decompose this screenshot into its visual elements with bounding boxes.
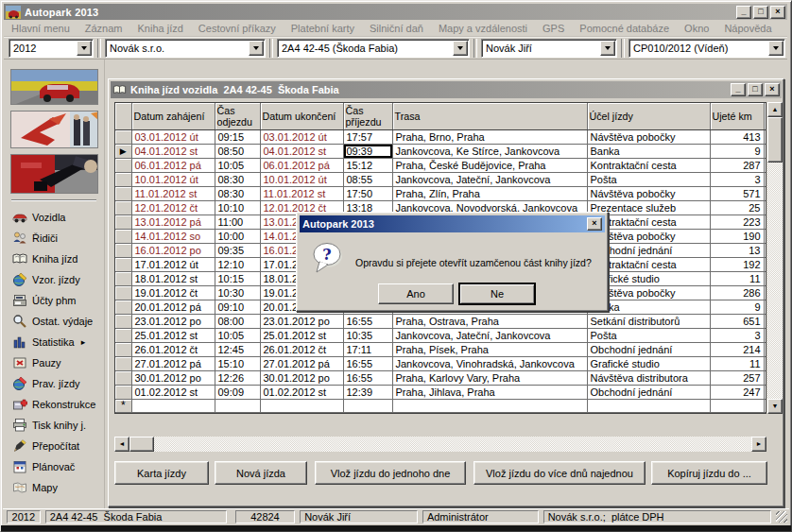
cell-end-date[interactable]: 23.01.2012 po [260, 314, 343, 328]
cell-start-date[interactable]: 14.01.2012 so [131, 229, 215, 243]
cell-purpose[interactable]: Kontraktační cesta [587, 158, 710, 172]
vertical-scroll-track[interactable] [767, 163, 783, 399]
menu-item-n-pov-da[interactable]: Nápověda [716, 21, 779, 36]
cell-extra[interactable] [764, 356, 766, 370]
empty-cell[interactable] [343, 399, 392, 412]
column-header-ujet-km[interactable]: Ujeté km [710, 103, 764, 129]
cell-km[interactable]: 3 [710, 172, 764, 186]
row-selector[interactable]: ▶ [115, 144, 131, 158]
cell-start-date[interactable]: 26.01.2012 čt [131, 342, 215, 356]
cell-extra[interactable] [764, 129, 766, 144]
cell-arrival-time[interactable]: 17:50 [343, 186, 392, 200]
button-kop-ruj-j-zdu-do[interactable]: Kopíruj jízdu do ... [651, 461, 767, 485]
cell-km[interactable]: 9 [710, 300, 764, 314]
row-selector[interactable] [115, 129, 131, 144]
cell-km[interactable]: 3 [710, 328, 764, 342]
cell-departure-time[interactable]: 08:30 [215, 172, 260, 186]
cell-purpose[interactable]: Setkání distributorů [587, 314, 710, 328]
child-close-icon[interactable]: × [765, 83, 780, 96]
cell-arrival-time[interactable]: 10:35 [343, 328, 392, 342]
cell-extra[interactable] [764, 370, 766, 385]
cell-departure-time[interactable]: 09:15 [215, 129, 260, 144]
menu-item-hlavn-menu[interactable]: Hlavní menu [4, 21, 77, 36]
cell-departure-time[interactable]: 10:30 [215, 285, 260, 300]
cell-departure-time[interactable]: 10:00 [215, 229, 260, 243]
cell-km[interactable]: 651 [710, 314, 764, 328]
cell-arrival-time[interactable]: 16:55 [343, 356, 392, 370]
scroll-down-icon[interactable]: ▼ [767, 399, 783, 414]
cell-extra[interactable] [764, 342, 766, 356]
yes-button[interactable]: Ano [378, 283, 454, 304]
cell-start-date[interactable]: 23.01.2012 po [131, 314, 215, 328]
cell-km[interactable]: 214 [710, 342, 764, 356]
cell-extra[interactable] [764, 215, 766, 229]
row-selector[interactable] [115, 370, 131, 385]
sidebar-item-ostat-v-daje[interactable]: Ostat. výdaje [4, 311, 104, 332]
cell-end-date[interactable]: 25.01.2012 st [260, 328, 343, 342]
row-selector[interactable] [115, 314, 131, 328]
cell-departure-time[interactable]: 08:30 [215, 186, 260, 200]
cell-extra[interactable] [764, 144, 766, 158]
cell-route[interactable]: Praha, Jihlava, Praha [392, 385, 587, 399]
horizontal-scroll-track[interactable] [154, 437, 751, 452]
cell-end-date[interactable]: 30.01.2012 po [260, 370, 343, 385]
row-selector[interactable] [115, 186, 131, 200]
cell-km[interactable]: 9 [710, 144, 764, 158]
cell-departure-time[interactable]: 08:00 [215, 314, 260, 328]
cell-route[interactable]: Jankovcova, Jateční, Jankovcova [392, 172, 587, 186]
menu-item-kniha-j-zd[interactable]: Kniha jízd [130, 21, 191, 36]
cell-start-date[interactable]: 11.01.2012 st [131, 186, 215, 200]
cell-start-date[interactable]: 30.01.2012 po [131, 370, 215, 385]
empty-cell[interactable] [587, 399, 710, 412]
cell-arrival-time[interactable]: 15:12 [343, 158, 392, 172]
row-selector[interactable] [115, 285, 131, 300]
cell-km[interactable]: 413 [710, 129, 764, 144]
cell-departure-time[interactable]: 10:15 [215, 271, 260, 285]
row-selector[interactable] [115, 385, 131, 399]
cell-end-date[interactable]: 10.01.2012 út [260, 172, 343, 186]
cell-start-date[interactable]: 12.01.2012 čt [131, 200, 215, 215]
row-selector[interactable] [115, 243, 131, 257]
cell-extra[interactable] [764, 186, 766, 200]
resize-grip[interactable] [776, 511, 787, 523]
sidebar-item-prav-j-zdy[interactable]: Prav. jízdy [4, 373, 104, 394]
menu-item-okno[interactable]: Okno [677, 21, 716, 36]
sidebar-item-tisk-knihy-j[interactable]: Tisk knihy j. [4, 415, 104, 436]
cell-route[interactable]: Praha, Ostrava, Praha [392, 314, 587, 328]
column-header-as-odjezdu[interactable]: Čas odjezdu [215, 103, 260, 129]
menu-item-gps[interactable]: GPS [535, 21, 572, 36]
child-maximize-icon[interactable]: □ [748, 83, 763, 96]
empty-cell[interactable] [260, 399, 343, 412]
row-selector[interactable] [115, 356, 131, 370]
cell-arrival-time[interactable]: 09:39 [343, 144, 392, 158]
empty-cell[interactable] [392, 399, 587, 412]
empty-cell[interactable] [215, 399, 260, 412]
cell-start-date[interactable]: 17.01.2012 út [131, 257, 215, 271]
sidebar-item-vozidla[interactable]: Vozidla [4, 207, 104, 228]
scroll-up-icon[interactable]: ▲ [767, 102, 783, 117]
cell-extra[interactable] [764, 257, 766, 271]
sidebar-item-pauzy[interactable]: Pauzy [4, 352, 104, 373]
cell-extra[interactable] [764, 285, 766, 300]
cell-extra[interactable] [764, 243, 766, 257]
empty-cell[interactable] [131, 399, 215, 412]
scroll-left-icon[interactable]: ◄ [114, 437, 129, 452]
column-header-blank[interactable] [115, 103, 131, 129]
cell-end-date[interactable]: 11.01.2012 st [260, 186, 343, 200]
row-selector[interactable] [115, 342, 131, 356]
cell-km[interactable]: 257 [710, 370, 764, 385]
cell-extra[interactable] [764, 314, 766, 328]
cell-km[interactable]: 11 [710, 271, 764, 285]
column-header-el-j-zdy[interactable]: Účel jízdy [587, 103, 710, 129]
cell-start-date[interactable]: 16.01.2012 po [131, 243, 215, 257]
child-minimize-icon[interactable]: _ [731, 83, 746, 96]
cell-arrival-time[interactable]: 17:11 [343, 342, 392, 356]
menu-item-pomocn-datab-ze[interactable]: Pomocné databáze [572, 21, 677, 36]
minimize-icon[interactable]: _ [736, 6, 751, 19]
cell-extra[interactable] [764, 300, 766, 314]
cell-start-date[interactable]: 01.02.2012 st [131, 385, 215, 399]
cell-purpose[interactable]: Grafické studio [587, 356, 710, 370]
cell-route[interactable]: Praha, Brno, Praha [392, 129, 587, 144]
cell-route[interactable]: Praha, Písek, Praha [392, 342, 587, 356]
cell-purpose[interactable]: Obchodní jednání [587, 385, 710, 399]
